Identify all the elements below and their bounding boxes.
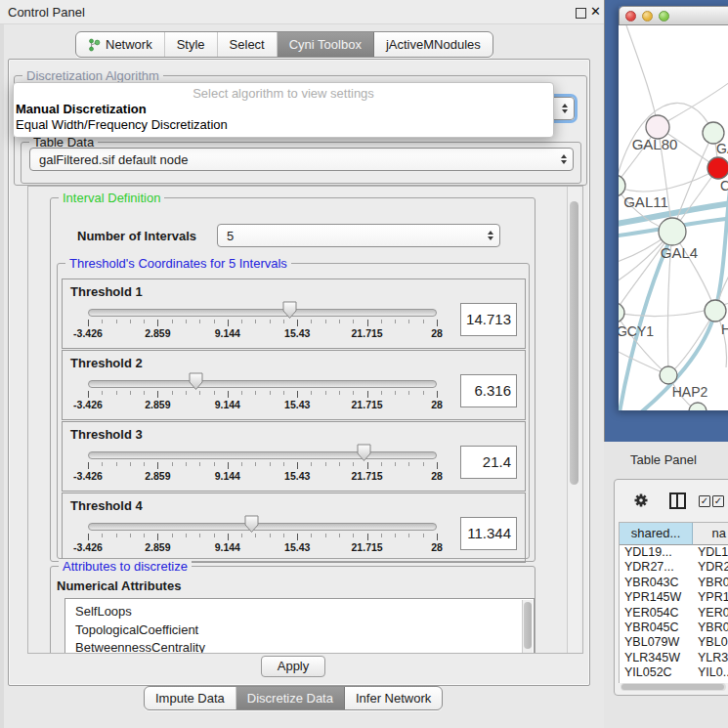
- threshold-value-field[interactable]: 21.4: [460, 446, 517, 479]
- axis-tick-label: 15.43: [284, 470, 310, 482]
- attributes-group: Attributes to discretize Numerical Attri…: [50, 566, 535, 654]
- close-panel-icon[interactable]: ✕: [590, 4, 601, 19]
- select-all-columns-icon[interactable]: [712, 495, 724, 507]
- network-node-c[interactable]: [707, 157, 728, 179]
- slider-thumb[interactable]: [189, 372, 203, 391]
- popup-option-equal-width-frequency-discretization[interactable]: Equal Width/Frequency Discretization: [14, 117, 553, 133]
- table-row[interactable]: YBR043CYBR0...: [620, 576, 728, 590]
- threshold-value-field[interactable]: 11.344: [460, 517, 517, 550]
- table-cell: YIL0...: [693, 665, 728, 680]
- popup-option-manual-discretization[interactable]: Manual Discretization: [14, 102, 553, 117]
- axis-tick-label: 15.43: [284, 541, 310, 553]
- table-row[interactable]: YDR27...YDR2...: [620, 560, 728, 575]
- axis-tick-label: 28: [431, 541, 443, 553]
- threshold-label: Threshold 3: [70, 427, 143, 442]
- slider-axis-labels: -3.4262.8599.14415.4321.71528: [88, 327, 437, 339]
- network-node-h[interactable]: [705, 300, 726, 321]
- table-hscrollbar-thumb[interactable]: [621, 684, 724, 690]
- table-data-combobox[interactable]: galFiltered.sif default node: [29, 148, 574, 171]
- column-header-1[interactable]: shared...: [620, 523, 693, 545]
- control-panel-title: Control Panel: [8, 5, 85, 20]
- table-cell: YER0...: [693, 606, 728, 621]
- minimize-window-icon[interactable]: [642, 11, 653, 21]
- interval-definition-group: Interval Definition Number of Intervals …: [50, 197, 535, 562]
- list-scrollbar[interactable]: [522, 600, 533, 654]
- table-row[interactable]: YER054CYER0...: [620, 606, 728, 621]
- threshold-panel-2: Threshold 2-3.4262.8599.14415.4321.71528…: [62, 350, 526, 420]
- number-of-intervals-combobox[interactable]: 5: [217, 224, 500, 247]
- attributes-group-title: Attributes to discretize: [59, 559, 192, 574]
- window-edge: [0, 0, 4, 728]
- column-header-2[interactable]: na: [693, 523, 728, 545]
- thresholds-group: Threshold's Coordinates for 5 Intervals …: [57, 263, 530, 559]
- threshold-slider[interactable]: -3.4262.8599.14415.4321.71528: [88, 519, 437, 558]
- zoom-window-icon[interactable]: [659, 11, 669, 21]
- axis-tick-label: 9.144: [215, 541, 240, 553]
- tab-network[interactable]: Network: [76, 32, 165, 57]
- axis-tick-label: 2.859: [145, 470, 170, 482]
- axis-tick-label: 28: [431, 470, 443, 482]
- tab-jactivemnodules[interactable]: jActiveMNodules: [374, 32, 492, 57]
- table-row[interactable]: YLR345WYLR3...: [620, 651, 728, 665]
- network-edge[interactable]: [626, 25, 658, 127]
- tab-discretize-data[interactable]: Discretize Data: [236, 687, 345, 709]
- table-row[interactable]: YIL052CYIL0...: [620, 665, 728, 680]
- network-edge[interactable]: [619, 313, 668, 375]
- network-canvas[interactable]: GAL80GACGAL11GAL4GCY1HHAP2: [619, 25, 728, 410]
- table-row[interactable]: YPR145WYPR1...: [620, 590, 728, 605]
- threshold-value-field[interactable]: 14.713: [460, 303, 517, 336]
- algorithm-popup-hint: Select algorithm to view settings: [14, 85, 553, 102]
- numerical-attributes-list[interactable]: SelfLoopsTopologicalCoefficientBetweenne…: [64, 598, 535, 654]
- network-edge[interactable]: [626, 143, 728, 410]
- list-scrollbar-thumb[interactable]: [524, 602, 532, 649]
- tab-label: Network: [106, 37, 152, 52]
- table-cell: YDL1...: [693, 545, 728, 560]
- settings-scrollbar-thumb[interactable]: [570, 201, 578, 485]
- table-row[interactable]: YBR045CYBR0...: [620, 621, 728, 635]
- threshold-slider[interactable]: -3.4262.8599.14415.4321.71528: [88, 376, 437, 415]
- network-node-gal4[interactable]: [659, 218, 686, 245]
- slider-track[interactable]: [88, 523, 437, 531]
- slider-thumb[interactable]: [282, 301, 297, 320]
- threshold-value-field[interactable]: 6.316: [460, 374, 517, 407]
- network-node-gcy1[interactable]: [619, 303, 624, 322]
- slider-track[interactable]: [88, 451, 437, 459]
- settings-scrollbar[interactable]: [567, 187, 580, 653]
- combo-stepper-icon: [562, 104, 568, 113]
- tab-label: Style: [177, 37, 205, 52]
- slider-thumb[interactable]: [244, 515, 259, 534]
- select-columns-icon[interactable]: [699, 495, 710, 507]
- node-label: HAP2: [672, 384, 708, 400]
- tab-impute-data[interactable]: Impute Data: [145, 687, 236, 709]
- network-edge[interactable]: [672, 133, 713, 232]
- network-node[interactable]: [689, 403, 707, 410]
- network-edge[interactable]: [619, 235, 672, 410]
- attribute-item-selfloops[interactable]: SelfLoops: [65, 603, 534, 621]
- apply-button[interactable]: Apply: [261, 656, 325, 677]
- tab-style[interactable]: Style: [165, 32, 218, 57]
- tab-select[interactable]: Select: [218, 32, 278, 57]
- threshold-slider[interactable]: -3.4262.8599.14415.4321.71528: [88, 448, 437, 487]
- network-node-hap2[interactable]: [660, 366, 677, 384]
- slider-axis-labels: -3.4262.8599.14415.4321.71528: [88, 470, 437, 482]
- control-panel-tabs: NetworkStyleSelectCyni ToolboxjActiveMNo…: [75, 31, 493, 58]
- close-window-icon[interactable]: [625, 11, 636, 21]
- slider-track[interactable]: [88, 380, 437, 388]
- tab-cyni-toolbox[interactable]: Cyni Toolbox: [278, 32, 374, 57]
- attribute-item-topologicalcoefficient[interactable]: TopologicalCoefficient: [65, 621, 534, 640]
- axis-tick-label: 21.715: [352, 399, 383, 410]
- split-columns-icon[interactable]: [669, 492, 686, 509]
- tab-infer-network[interactable]: Infer Network: [345, 687, 442, 709]
- table-row[interactable]: YBL079WYBL0...: [620, 635, 728, 650]
- gear-icon[interactable]: [633, 492, 649, 512]
- slider-thumb[interactable]: [357, 444, 371, 462]
- slider-track[interactable]: [88, 309, 437, 317]
- attribute-item-betweennesscentrality[interactable]: BetweennessCentrality: [65, 639, 534, 654]
- float-panel-icon[interactable]: [576, 8, 586, 19]
- network-edge[interactable]: [668, 311, 715, 375]
- network-window-titlebar[interactable]: [619, 6, 728, 25]
- table-row[interactable]: YDL19...YDL1...: [620, 545, 728, 560]
- threshold-slider[interactable]: -3.4262.8599.14415.4321.71528: [88, 305, 437, 344]
- table-rows: YDL19...YDL1...YDR27...YDR2...YBR043CYBR…: [620, 545, 728, 681]
- network-edge[interactable]: [658, 79, 728, 127]
